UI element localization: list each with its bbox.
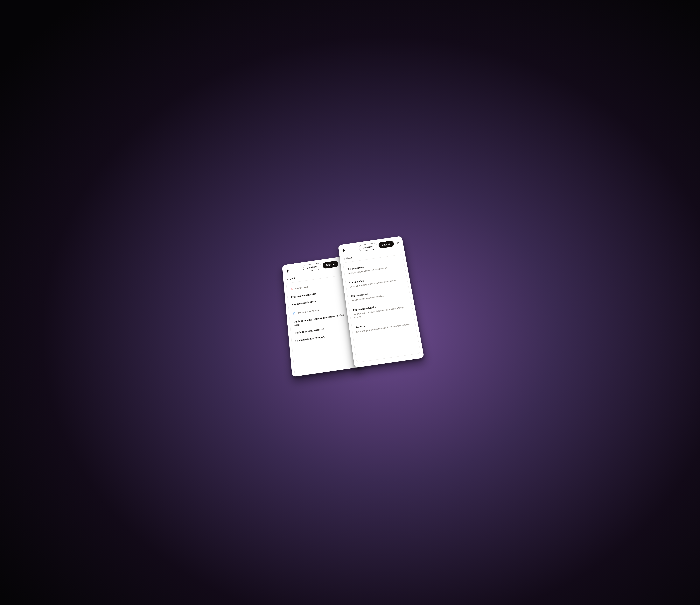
signup-button[interactable]: Sign up — [378, 240, 394, 248]
document-icon — [293, 312, 296, 315]
back-label: Back — [290, 277, 295, 281]
chevron-left-icon — [343, 258, 345, 260]
menu-panel: For companies Grow, manage and pay your … — [343, 254, 421, 363]
section-label: FREE TOOLS — [295, 286, 309, 290]
lightning-icon — [290, 288, 294, 291]
get-demo-button[interactable]: Get demo — [359, 243, 377, 251]
get-demo-button[interactable]: Get demo — [303, 263, 321, 272]
close-icon[interactable] — [396, 241, 400, 245]
brand-logo-icon — [285, 269, 290, 273]
brand-logo-icon — [342, 248, 346, 253]
signup-button[interactable]: Sign up — [322, 261, 339, 269]
chevron-left-icon — [287, 279, 289, 280]
back-label: Back — [346, 257, 352, 260]
